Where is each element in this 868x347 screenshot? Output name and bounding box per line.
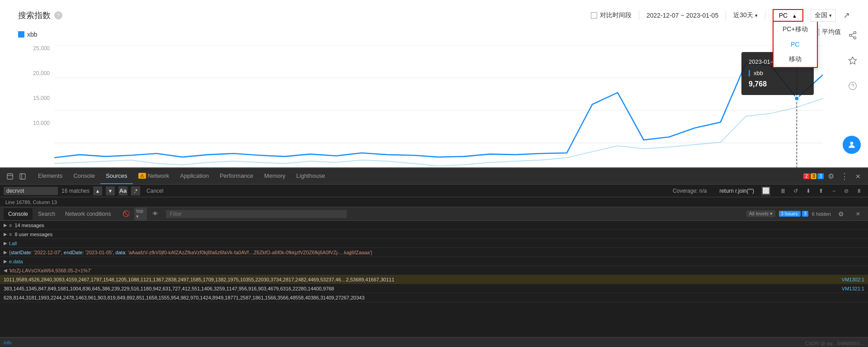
- code-snippet: return r.join(""): [719, 188, 754, 194]
- step-over-btn[interactable]: ↺: [790, 185, 801, 196]
- tab-memory[interactable]: Memory: [259, 168, 291, 184]
- console-row-user-messages[interactable]: ▶ ≡ 8 user messages: [0, 230, 868, 239]
- deactivate-btn[interactable]: ⊘: [841, 185, 852, 196]
- console-row-messages[interactable]: ▶ ≡ 14 messages: [0, 221, 868, 230]
- network-conditions-subtab-label: Network conditions: [65, 211, 111, 217]
- svg-rect-18: [20, 174, 25, 179]
- row-link-8[interactable]: VM1321:1: [842, 286, 864, 291]
- period-select[interactable]: 近30天 ▾: [733, 11, 758, 19]
- debug-controls: ⏸ ↺ ⬇ ⬆ → ⊘ ⏸: [778, 185, 864, 196]
- tab-lighthouse[interactable]: Lighthouse: [291, 168, 330, 184]
- search-subtab[interactable]: Search: [33, 208, 60, 220]
- expand-btn[interactable]: ⬜: [761, 186, 770, 195]
- chart-area: 25,000 20,000 15,000 10,000 2023-01-05 星…: [18, 45, 850, 158]
- tab-console[interactable]: Console: [68, 168, 100, 184]
- console-clear-icon[interactable]: 🚫: [120, 208, 132, 220]
- console-eye-icon[interactable]: 👁: [149, 208, 161, 220]
- star-icon-btn[interactable]: [844, 52, 861, 69]
- devtools-right-icons: 2 3 3 ⚙ ⋮ ✕: [803, 170, 864, 183]
- help-icon-btn[interactable]: [844, 78, 861, 94]
- svg-point-13: [849, 82, 857, 90]
- tooltip-color-bar: [749, 70, 750, 76]
- step-btn[interactable]: →: [828, 185, 839, 196]
- console-filter-input[interactable]: [166, 210, 347, 218]
- legend-label-xbb: xbb: [27, 31, 38, 38]
- expand-icon-2: ▶: [4, 232, 7, 237]
- header-controls: 对比时间段 2022-12-07 ~ 2023-01-05 近30天 ▾ PC …: [591, 9, 850, 22]
- all-levels-badge[interactable]: All levels ▾: [746, 210, 775, 217]
- pc-arrow: ▲: [792, 13, 797, 19]
- console-row-nums1[interactable]: 1011,9589,4526,2840,3093,4159,2467,1797,…: [0, 275, 868, 284]
- svg-point-9: [854, 37, 856, 39]
- svg-line-10: [851, 36, 854, 37]
- svg-line-11: [851, 33, 854, 34]
- match-case-btn[interactable]: Aa: [118, 186, 127, 195]
- bottom-bar: info CSDN @ qq…54868893…: [0, 337, 868, 347]
- legend-color-xbb: [18, 31, 24, 38]
- help-icon[interactable]: ?: [54, 11, 62, 19]
- expand-icon-1: ▶: [4, 223, 7, 228]
- console-row-nums3[interactable]: 628,8144,3181,1993,2244,2478,1463,961,90…: [0, 293, 868, 302]
- divider-2: [726, 11, 726, 20]
- tab-performance[interactable]: Performance: [214, 168, 259, 184]
- devtools-undock-icon[interactable]: [16, 170, 29, 183]
- region-select[interactable]: 全国 ▾: [811, 9, 836, 22]
- step-into-btn[interactable]: ⬇: [803, 185, 814, 196]
- issues-count-badge: 3 Issues:: [779, 211, 801, 217]
- tab-elements[interactable]: Elements: [33, 168, 68, 184]
- share-icon-btn[interactable]: [844, 27, 861, 43]
- breakpoints-btn[interactable]: ⏸: [854, 185, 864, 196]
- row-text-1: 14 messages: [14, 223, 864, 228]
- tab-sources[interactable]: Sources: [100, 168, 133, 184]
- expand-icon-4: ▶: [4, 250, 7, 255]
- coverage-text: Coverage: n/a: [673, 188, 707, 194]
- console-row-tall[interactable]: ▶ t.all: [0, 239, 868, 248]
- console-row-nums2[interactable]: 383,1445,1345,847,849,1681,1004,836,645,…: [0, 284, 868, 293]
- mobile-only-option[interactable]: 移动: [774, 52, 817, 67]
- divider-3: [765, 11, 765, 20]
- regex-btn[interactable]: .*: [131, 186, 140, 195]
- devtools-close-icon[interactable]: ✕: [852, 170, 864, 183]
- devtools-tabs: Elements Console Sources ⚠ Network Appli…: [33, 168, 803, 184]
- svg-point-15: [850, 142, 854, 145]
- devtools-dock-icon[interactable]: [4, 170, 16, 183]
- pc-plus-mobile-option[interactable]: PC+移动: [774, 22, 817, 37]
- search-next-btn[interactable]: ▼: [106, 186, 115, 195]
- console-sub-toolbar: Console Search Network conditions 🚫 top …: [0, 207, 868, 221]
- row-text-2: 8 user messages: [14, 232, 864, 237]
- console-subtab[interactable]: Console: [4, 208, 33, 220]
- page-title-area: 搜索指数 ?: [18, 10, 62, 21]
- search-input[interactable]: [4, 187, 58, 195]
- console-row-object[interactable]: ▶ {startDate: '2022-12-07', endDate: '20…: [0, 248, 868, 257]
- network-warn-badge: ⚠: [138, 173, 146, 179]
- console-settings-icon[interactable]: ⚙: [835, 208, 847, 220]
- tab-network[interactable]: ⚠ Network: [133, 168, 175, 184]
- console-row-string[interactable]: ◀ 'kfzZj-LAVsOXaW64,9368.05-2+1%7': [0, 266, 868, 275]
- devtools-settings-icon[interactable]: ⚙: [825, 170, 837, 183]
- tab-network-label: Network: [148, 172, 170, 179]
- compare-checkbox[interactable]: [591, 12, 597, 19]
- avatar-circle[interactable]: [843, 136, 861, 154]
- search-prev-btn[interactable]: ▲: [93, 186, 102, 195]
- region-label: 全国: [815, 11, 827, 19]
- page-header: 搜索指数 ? 对比时间段 2022-12-07 ~ 2023-01-05 近30…: [18, 9, 850, 22]
- tooltip-name: xbb: [754, 69, 763, 78]
- export-button[interactable]: ↗: [843, 10, 850, 20]
- period-arrow: ▾: [755, 13, 758, 19]
- pc-dropdown-trigger[interactable]: PC ▲: [773, 9, 803, 22]
- pc-only-option[interactable]: PC: [774, 37, 817, 52]
- console-row-edata[interactable]: ▶ e.data: [0, 257, 868, 266]
- badge-red-2: 2: [803, 173, 810, 179]
- compare-btn[interactable]: 对比时间段: [591, 11, 632, 19]
- row-link-7[interactable]: VM1302:1: [842, 277, 864, 282]
- console-close-icon[interactable]: ✕: [852, 208, 864, 220]
- console-top-icon[interactable]: top ▾: [134, 208, 147, 220]
- network-conditions-subtab[interactable]: Network conditions: [61, 208, 115, 220]
- tab-application-label: Application: [180, 172, 209, 179]
- step-out-btn[interactable]: ⬆: [816, 185, 826, 196]
- pause-btn[interactable]: ⏸: [778, 185, 788, 196]
- devtools-more-icon[interactable]: ⋮: [838, 170, 851, 183]
- tab-application[interactable]: Application: [175, 168, 214, 184]
- badge-yellow-3: 3: [811, 173, 817, 179]
- search-cancel-btn[interactable]: Cancel: [144, 187, 166, 195]
